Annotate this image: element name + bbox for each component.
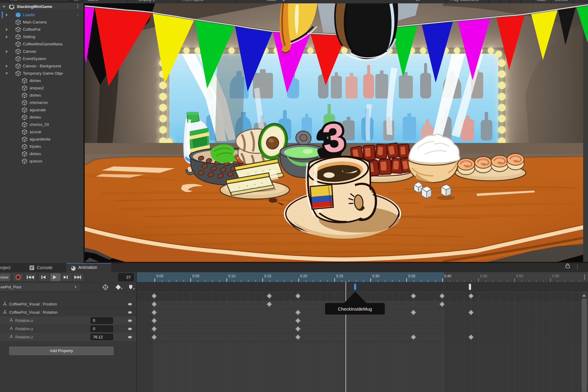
svg-text:0:40: 0:40 bbox=[444, 274, 452, 278]
svg-text:0:10: 0:10 bbox=[228, 274, 236, 278]
svg-text:0:30: 0:30 bbox=[372, 274, 380, 278]
svg-text:0:45: 0:45 bbox=[480, 274, 487, 278]
svg-text:0:35: 0:35 bbox=[408, 274, 416, 278]
svg-text:+: + bbox=[121, 287, 122, 290]
svg-text:0:15: 0:15 bbox=[264, 274, 271, 278]
svg-text:0:00: 0:00 bbox=[156, 274, 164, 278]
svg-text:0:20: 0:20 bbox=[300, 274, 307, 278]
svg-text:+: + bbox=[133, 287, 135, 290]
svg-text:0:05: 0:05 bbox=[192, 274, 200, 278]
svg-text:0:50: 0:50 bbox=[516, 274, 523, 278]
svg-text:CheckInsideMug: CheckInsideMug bbox=[338, 306, 372, 312]
svg-text:0:25: 0:25 bbox=[336, 274, 343, 278]
svg-text:0:55: 0:55 bbox=[552, 274, 559, 278]
svg-text:3: 3 bbox=[320, 114, 347, 161]
